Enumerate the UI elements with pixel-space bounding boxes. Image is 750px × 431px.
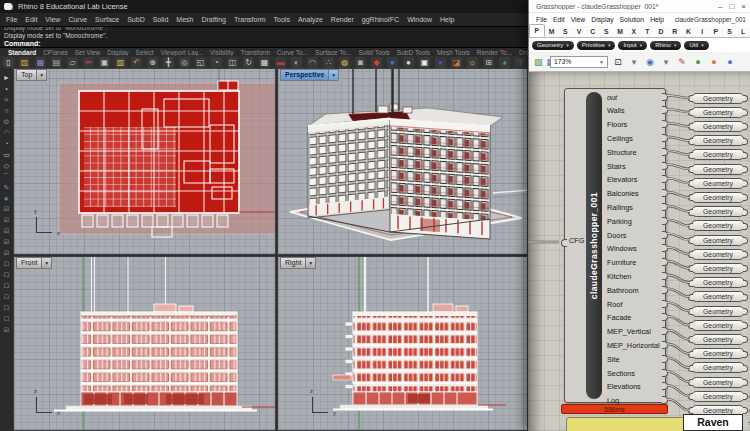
- output-port-Site[interactable]: [662, 355, 668, 363]
- layer-checkbox-checked[interactable]: ☑: [4, 327, 9, 334]
- geometry-param[interactable]: Geometry: [691, 306, 745, 317]
- close-icon[interactable]: ×: [741, 1, 746, 12]
- menu-tools[interactable]: Tools: [274, 16, 290, 23]
- surface-icon[interactable]: ◇: [4, 162, 9, 169]
- layout-icon[interactable]: ⊞: [483, 57, 494, 68]
- menu-drafting[interactable]: Drafting: [201, 16, 226, 23]
- group-geometry[interactable]: Geometry▾: [532, 41, 574, 50]
- maximize-icon[interactable]: □: [729, 1, 734, 12]
- chevron-down-icon[interactable]: ▼: [306, 257, 316, 269]
- viewport-layout-icon[interactable]: ▦: [259, 57, 270, 68]
- gh-menu-help[interactable]: Help: [650, 16, 664, 23]
- output-port-Bathroom[interactable]: [662, 286, 668, 294]
- group-input[interactable]: Input▾: [618, 41, 647, 50]
- layer-checkbox[interactable]: ☐: [4, 283, 9, 290]
- gh-tab-V-3[interactable]: V: [572, 26, 586, 37]
- toolbar-tab[interactable]: Transform: [240, 49, 269, 56]
- material-icon[interactable]: ◪: [451, 57, 462, 68]
- menu-render[interactable]: Render: [331, 16, 354, 23]
- menu-help[interactable]: Help: [440, 16, 454, 23]
- move-icon[interactable]: ╋: [163, 57, 174, 68]
- blue-ball-icon[interactable]: ●: [724, 56, 736, 68]
- sphere-icon[interactable]: ●: [403, 57, 414, 68]
- toolbar-tab[interactable]: Visibility: [210, 49, 233, 56]
- gh-tab-M-1[interactable]: M: [545, 26, 559, 37]
- geometry-param[interactable]: Geometry: [691, 291, 745, 302]
- geometry-param[interactable]: Geometry: [691, 149, 745, 160]
- menu-file[interactable]: File: [6, 16, 17, 23]
- open-folder-icon[interactable]: ▨: [19, 57, 30, 68]
- geometry-param[interactable]: Geometry: [691, 320, 745, 331]
- layer-checkbox[interactable]: ☐: [4, 261, 9, 268]
- toolbar-tab[interactable]: Select: [136, 49, 154, 56]
- pan-icon[interactable]: ⊕: [147, 57, 158, 68]
- gh-tab-P-13[interactable]: P: [709, 26, 723, 37]
- geometry-param[interactable]: Geometry: [691, 164, 745, 175]
- chevron-down-icon[interactable]: ▾: [566, 42, 569, 48]
- zoom-selected-icon[interactable]: ◔: [211, 57, 222, 68]
- viewport-top-label[interactable]: Top▼: [16, 69, 47, 81]
- chevron-down-icon[interactable]: ▾: [608, 42, 611, 48]
- chevron-down-icon[interactable]: ▾: [674, 42, 677, 48]
- box-edit-icon[interactable]: ▣: [419, 57, 430, 68]
- viewport-front-label[interactable]: Front▼: [16, 257, 52, 269]
- gh-menu-solution[interactable]: Solution: [620, 16, 645, 23]
- gh-tab-L-15[interactable]: L: [736, 26, 750, 37]
- cut-icon[interactable]: ✂: [83, 57, 94, 68]
- paint-icon[interactable]: ✎: [4, 184, 10, 191]
- toolbar-tab[interactable]: SubD Tools: [397, 49, 430, 56]
- gh-tab-R-10[interactable]: R: [668, 26, 682, 37]
- toolbar-tab[interactable]: Viewport Lay...: [161, 49, 203, 56]
- geometry-param[interactable]: Geometry: [691, 391, 745, 402]
- lamp-icon[interactable]: ◍: [339, 57, 350, 68]
- gh-menu-view[interactable]: View: [571, 16, 586, 23]
- zoom-select[interactable]: 173% ▼: [550, 56, 608, 68]
- earth-icon[interactable]: ●: [435, 57, 446, 68]
- geometry-param[interactable]: Geometry: [691, 135, 745, 146]
- arc-view-icon[interactable]: ◠: [307, 57, 318, 68]
- paste-icon[interactable]: ▥: [115, 57, 126, 68]
- layer-checkbox[interactable]: ☐: [4, 305, 9, 312]
- chevron-down-icon[interactable]: ▼: [599, 59, 604, 65]
- viewport-front[interactable]: Front▼: [13, 256, 276, 431]
- gh-menu-display[interactable]: Display: [591, 16, 613, 23]
- caret-icon[interactable]: ▾: [628, 56, 640, 68]
- copy-icon[interactable]: ▣: [99, 57, 110, 68]
- geometry-param[interactable]: Geometry: [691, 93, 745, 104]
- geometry-param[interactable]: Geometry: [691, 377, 745, 388]
- earth-ball-icon[interactable]: ●: [692, 56, 704, 68]
- save-icon[interactable]: ▦: [35, 57, 46, 68]
- geometry-param[interactable]: Geometry: [691, 107, 745, 118]
- output-port-Structure[interactable]: [662, 148, 668, 156]
- chevron-down-icon[interactable]: ▼: [37, 69, 47, 81]
- toolbar-tab[interactable]: Render To...: [477, 49, 512, 56]
- open-file-icon[interactable]: ▨: [534, 56, 543, 68]
- toolbar-tab[interactable]: Standard: [8, 49, 36, 56]
- menu-transform[interactable]: Transform: [234, 16, 266, 23]
- geometry-param[interactable]: Geometry: [691, 206, 745, 217]
- geometry-param[interactable]: Geometry: [691, 249, 745, 260]
- geometry-param[interactable]: Geometry: [691, 348, 745, 359]
- focus-extents-icon[interactable]: ⊡: [612, 56, 624, 68]
- menu-view[interactable]: View: [45, 16, 60, 23]
- geometry-param[interactable]: Geometry: [691, 362, 745, 373]
- sparkle-icon[interactable]: ∗: [4, 195, 10, 202]
- lock-icon[interactable]: ◙: [355, 57, 366, 68]
- geometry-param[interactable]: Geometry: [691, 192, 745, 203]
- geometry-param[interactable]: Geometry: [691, 334, 745, 345]
- menu-window[interactable]: Window: [407, 16, 432, 23]
- geometry-param[interactable]: Geometry: [691, 178, 745, 189]
- layer-checkbox[interactable]: ☐: [4, 272, 9, 279]
- menu-curve[interactable]: Curve: [68, 16, 87, 23]
- rectangle-icon[interactable]: ▭: [3, 151, 10, 158]
- new-file-icon[interactable]: ▯: [3, 57, 14, 68]
- yellow-panel[interactable]: [566, 417, 685, 431]
- sun-icon[interactable]: ☼: [467, 57, 478, 68]
- ellipse-icon[interactable]: ◔: [4, 140, 8, 147]
- output-port-Roof[interactable]: [662, 300, 668, 308]
- select-arrow-icon[interactable]: ►: [3, 74, 10, 81]
- geometry-param[interactable]: Geometry: [691, 220, 745, 231]
- layer-checkbox-checked[interactable]: ☑: [4, 228, 9, 235]
- gh-tab-C-4[interactable]: C: [586, 26, 600, 37]
- toolbar-tab[interactable]: Set View: [75, 49, 101, 56]
